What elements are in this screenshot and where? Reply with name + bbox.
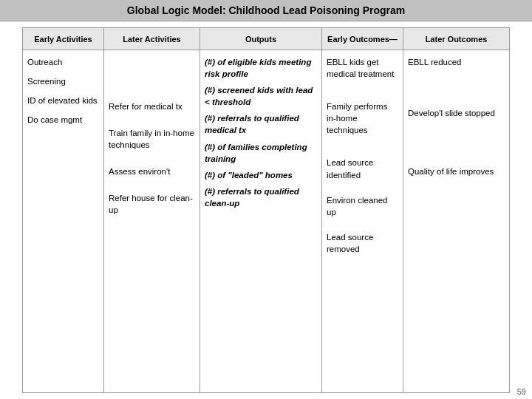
list-item: Outreach (27, 56, 99, 68)
col-header-later-activities: Later Activities (104, 28, 200, 50)
list-item: (#) screened kids with lead < threshold (205, 84, 317, 108)
list-item: Lead source identified (327, 157, 398, 180)
list-item: Lead source removed (327, 231, 398, 255)
col-body-early-outcomes: EBLL kids get medical treatment Family p… (322, 50, 403, 392)
col-header-later-outcomes: Later Outcomes (403, 28, 509, 50)
col-header-outputs: Outputs (200, 28, 321, 50)
list-item: (#) of eligible kids meeting risk profil… (205, 56, 317, 80)
col-early-outcomes: Early Outcomes— EBLL kids get medical tr… (322, 28, 403, 392)
table-outer: Early Activities Outreach Screening ID o… (0, 21, 532, 399)
list-item: ID of elevated kids (27, 95, 99, 106)
list-item: EBLL reduced (408, 56, 505, 68)
list-item: Refer for medical tx (109, 100, 195, 112)
list-item: (#) of families completing training (205, 141, 317, 165)
col-header-early-outcomes: Early Outcomes— (322, 28, 403, 50)
col-outputs: Outputs (#) of eligible kids meeting ris… (200, 28, 322, 392)
list-item: (#) referrals to qualified medical tx (205, 112, 317, 136)
page-number: 59 (517, 387, 526, 396)
list-item: Assess environ't (109, 166, 195, 177)
list-item: (#) referrals to qualified clean-up (205, 185, 317, 209)
page-wrapper: Global Logic Model: Childhood Lead Poiso… (0, 0, 532, 399)
logic-model-table: Early Activities Outreach Screening ID o… (22, 27, 510, 393)
col-body-outputs: (#) of eligible kids meeting risk profil… (200, 50, 321, 392)
col-body-early-activities: Outreach Screening ID of elevated kids D… (23, 50, 103, 392)
list-item: Refer house for clean-up (109, 192, 195, 216)
col-body-later-outcomes: EBLL reduced Develop'l slide stopped Qua… (403, 50, 509, 392)
list-item: Screening (27, 75, 99, 87)
list-item: Family performs in-home techniques (327, 100, 398, 136)
list-item: Environ cleaned up (327, 194, 398, 218)
list-item: (#) of "leaded" homes (205, 169, 317, 181)
list-item: Train family in in-home techniques (109, 127, 195, 151)
col-later-activities: Later Activities Refer for medical tx Tr… (104, 28, 200, 392)
col-header-early-activities: Early Activities (23, 28, 103, 50)
list-item: EBLL kids get medical treatment (327, 56, 398, 80)
list-item: Do case mgmt (27, 114, 99, 126)
page-title: Global Logic Model: Childhood Lead Poiso… (0, 0, 532, 21)
col-early-activities: Early Activities Outreach Screening ID o… (23, 28, 104, 392)
col-later-outcomes: Later Outcomes EBLL reduced Develop'l sl… (403, 28, 509, 392)
list-item: Quality of life improves (408, 166, 505, 177)
col-body-later-activities: Refer for medical tx Train family in in-… (104, 50, 200, 392)
list-item: Develop'l slide stopped (408, 107, 505, 119)
